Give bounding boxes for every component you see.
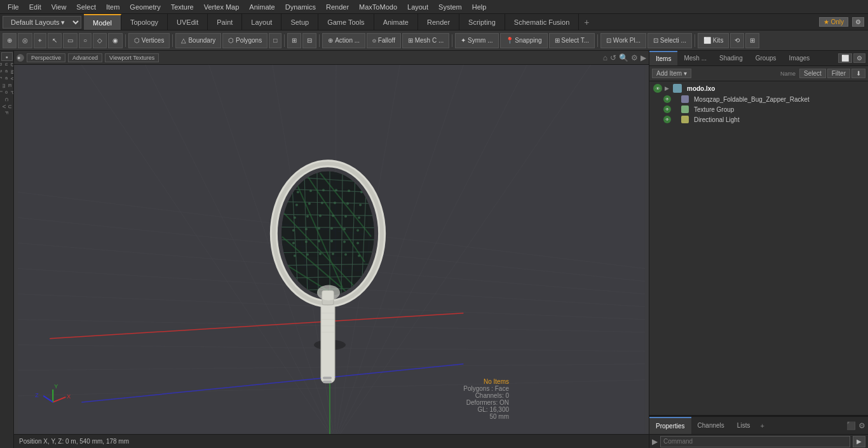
tab-channels[interactable]: Channels <box>691 417 731 434</box>
item-eye-texture[interactable]: 👁 <box>663 105 671 113</box>
tool-arrow[interactable]: ↖ <box>48 33 62 48</box>
tool-mesh-sel[interactable]: □ <box>269 33 281 48</box>
menu-texture[interactable]: Texture <box>166 0 199 13</box>
menu-select[interactable]: Select <box>71 0 101 13</box>
vp-settings-icon[interactable]: ⚙ <box>631 53 638 62</box>
tab-shading[interactable]: Shading <box>713 51 749 65</box>
menu-geometry[interactable]: Geometry <box>125 0 165 13</box>
tool-action[interactable]: ⊕ Action ... <box>322 33 365 48</box>
tool-kits[interactable]: ⬜ Kits <box>698 33 729 48</box>
item-texture[interactable]: 👁 Texture Group <box>651 104 867 114</box>
cmd-arrow[interactable]: ▶ <box>652 437 658 446</box>
layout-tab-setup[interactable]: Setup <box>281 14 318 30</box>
tool-toggle2[interactable]: ⊟ <box>302 33 316 48</box>
tab-mesh[interactable]: Mesh ... <box>677 51 713 65</box>
props-add-tab[interactable]: + <box>756 422 768 430</box>
svg-point-75 <box>292 229 295 231</box>
tool-fullscreen[interactable]: ⊞ <box>745 33 759 48</box>
tool-snapping[interactable]: 📍 Snapping <box>500 33 548 48</box>
layout-tab-render[interactable]: Render <box>418 14 459 30</box>
tool-circle[interactable]: ◎ <box>18 33 32 48</box>
layout-settings-btn[interactable]: ⚙ <box>852 17 864 27</box>
tool-symm[interactable]: ✦ Symm ... <box>455 33 498 48</box>
tab-lists[interactable]: Lists <box>731 417 757 434</box>
menu-help[interactable]: Help <box>467 0 492 13</box>
layout-tab-animate[interactable]: Animate <box>374 14 418 30</box>
vp-advanced-btn[interactable]: Advanced <box>68 53 102 62</box>
tool-toggle1[interactable]: ⊞ <box>287 33 301 48</box>
menu-edit[interactable]: Edit <box>24 0 46 13</box>
tab-properties[interactable]: Properties <box>649 417 691 434</box>
menu-view[interactable]: View <box>46 0 72 13</box>
viewport-3d[interactable]: X Y Z No Items Polygons : Face Channels:… <box>14 65 649 434</box>
menu-layout[interactable]: Layout <box>402 0 433 13</box>
menu-item[interactable]: Item <box>101 0 125 13</box>
tab-groups[interactable]: Groups <box>749 51 783 65</box>
layout-tab-scripting[interactable]: Scripting <box>459 14 505 30</box>
layout-tab-uvedit[interactable]: UVEdit <box>168 14 208 30</box>
menu-animate[interactable]: Animate <box>244 0 280 13</box>
tool-mesh-c[interactable]: ⊞ Mesh C ... <box>402 33 449 48</box>
panel-expand-btn[interactable]: ⬜ <box>838 53 852 63</box>
vp-rotate-icon[interactable]: ↺ <box>610 53 616 62</box>
svg-point-69 <box>294 216 296 219</box>
tool-crosshair[interactable]: ⌖ <box>34 33 46 48</box>
menu-dynamics[interactable]: Dynamics <box>280 0 321 13</box>
item-eye-mosqzap[interactable]: 👁 <box>663 95 671 103</box>
filter-btn[interactable]: Filter <box>827 69 850 78</box>
vp-dot-btn[interactable]: ● <box>17 54 24 62</box>
panel-settings-btn[interactable]: ⚙ <box>853 53 865 63</box>
svg-point-70 <box>306 215 309 217</box>
menu-render[interactable]: Render <box>321 0 354 13</box>
layout-dropdown[interactable]: Default Layouts ▾ <box>3 16 81 29</box>
layout-tab-schematic[interactable]: Schematic Fusion <box>505 14 579 30</box>
cmd-run-btn[interactable]: ▶ <box>853 436 865 447</box>
layout-tab-layout[interactable]: Layout <box>242 14 281 30</box>
vp-textures-btn[interactable]: Viewport Textures <box>105 53 159 62</box>
star-only-btn[interactable]: ★ Only <box>819 17 848 27</box>
tool-select-lasso[interactable]: ◇ <box>93 33 107 48</box>
layout-add-tab[interactable]: + <box>579 17 594 27</box>
vp-perspective-btn[interactable]: Perspective <box>27 53 65 62</box>
item-light[interactable]: 👁 Directional Light <box>651 114 867 125</box>
layout-tab-model[interactable]: Model <box>84 14 121 30</box>
sidebar-tool-1[interactable]: ● <box>1 52 13 61</box>
item-expand-root[interactable]: ▶ <box>665 85 669 92</box>
vp-zoom-icon[interactable]: 🔍 <box>619 53 628 62</box>
tool-polygons[interactable]: ⬡ Polygons <box>222 33 268 48</box>
menu-vertex-map[interactable]: Vertex Map <box>199 0 245 13</box>
item-eye-root[interactable]: 👁 <box>653 84 662 93</box>
layout-tab-gametools[interactable]: Game Tools <box>318 14 374 30</box>
items-collapse-btn[interactable]: ⬇ <box>851 69 865 78</box>
layout-tab-paint[interactable]: Paint <box>208 14 242 30</box>
command-input[interactable] <box>660 436 850 447</box>
svg-rect-29 <box>323 381 332 383</box>
tab-images[interactable]: Images <box>783 51 817 65</box>
tool-work-pl[interactable]: ⊡ Work Pl... <box>600 33 646 48</box>
props-expand-icon[interactable]: ⬛ <box>846 421 856 430</box>
tool-vertices[interactable]: ⬡ Vertices <box>128 33 170 48</box>
vp-home-icon[interactable]: ⌂ <box>603 53 607 62</box>
layout-tab-topology[interactable]: Topology <box>121 14 168 30</box>
item-mosqzap[interactable]: 👁 Mosqzap_Foldable_Bug_Zapper_Racket <box>651 94 867 104</box>
svg-point-87 <box>294 255 296 257</box>
tool-select-dot[interactable]: ◉ <box>108 33 123 48</box>
menu-maxtomodo[interactable]: MaxToModo <box>354 0 402 13</box>
item-root[interactable]: 👁 ▶ modo.lxo <box>651 83 867 94</box>
add-item-btn[interactable]: Add Item ▾ <box>652 69 691 78</box>
props-settings-icon[interactable]: ⚙ <box>858 421 865 430</box>
select-btn[interactable]: Select <box>799 69 826 78</box>
tool-select-t[interactable]: ⊞ Select T... <box>549 33 595 48</box>
item-eye-light[interactable]: 👁 <box>663 116 671 123</box>
tool-selecti[interactable]: ⊡ Selecti ... <box>648 33 692 48</box>
tool-boundary[interactable]: △ Boundary <box>175 33 221 48</box>
tool-origin[interactable]: ⊕ <box>3 33 17 48</box>
menu-file[interactable]: File <box>3 0 24 13</box>
tool-select-circle[interactable]: ○ <box>79 33 92 48</box>
tool-rotate[interactable]: ⟲ <box>730 33 744 48</box>
vp-expand-icon[interactable]: ▶ <box>641 53 646 62</box>
tool-falloff[interactable]: ⌾ Falloff <box>367 33 401 48</box>
menu-system[interactable]: System <box>433 0 467 13</box>
tool-select-box[interactable]: ▭ <box>63 33 78 48</box>
tab-items[interactable]: Items <box>649 51 677 65</box>
